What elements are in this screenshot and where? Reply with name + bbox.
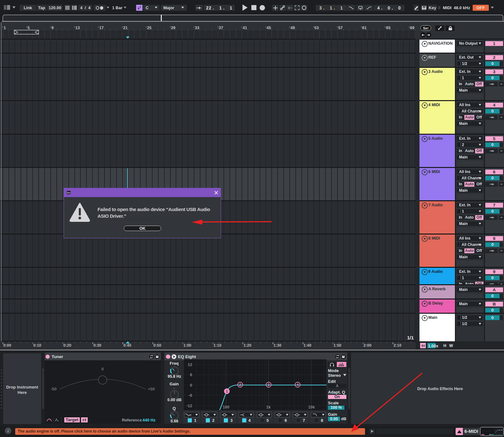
svg-text:-50: -50: [51, 387, 57, 391]
svg-text:1: 1: [226, 389, 228, 393]
svg-text:6: 6: [190, 373, 192, 377]
svg-text:10k: 10k: [308, 405, 315, 409]
svg-text:1k: 1k: [266, 405, 271, 409]
svg-text:-6: -6: [189, 393, 192, 398]
svg-text:4: 4: [297, 383, 299, 387]
svg-text:3: 3: [268, 383, 270, 387]
svg-text:+50: +50: [148, 387, 155, 391]
svg-text:0: 0: [102, 367, 104, 371]
svg-text:100: 100: [223, 405, 230, 409]
svg-text:-12: -12: [186, 404, 192, 408]
svg-text:0: 0: [190, 383, 192, 388]
svg-text:2: 2: [239, 383, 241, 387]
svg-text:x4: x4: [189, 414, 191, 416]
svg-text:12: 12: [188, 363, 192, 367]
